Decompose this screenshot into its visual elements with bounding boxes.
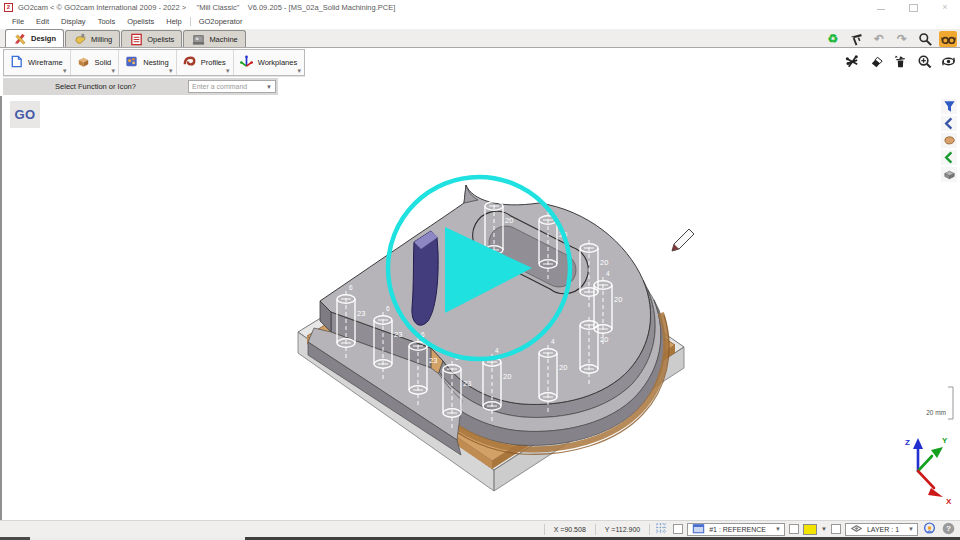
layer-value: LAYER : 1 xyxy=(867,526,899,533)
tab-label: Machine xyxy=(209,35,237,44)
menu-item-opelists[interactable]: Opelists xyxy=(121,16,160,27)
scale-label: 20 mm xyxy=(926,409,946,416)
workplanes-axes-icon xyxy=(239,54,254,71)
button-label: Profiles xyxy=(201,58,226,67)
menu-item-help[interactable]: Help xyxy=(160,16,187,27)
screws-icon[interactable] xyxy=(843,53,861,69)
menu-item-go2operator[interactable]: GO2operator xyxy=(193,16,249,27)
solid-button[interactable]: Solid▼ xyxy=(71,50,120,75)
menu-separator xyxy=(190,17,191,26)
collapse-green-icon[interactable] xyxy=(941,150,957,165)
grid-icon[interactable] xyxy=(654,521,669,537)
collapse-blue-icon[interactable] xyxy=(941,116,957,131)
tab-machine[interactable]: Machine xyxy=(183,30,245,47)
command-combobox[interactable]: Enter a command ▼ xyxy=(188,80,276,93)
zoom-window-icon[interactable] xyxy=(915,53,933,69)
pencil-cursor xyxy=(672,229,694,251)
menu-item-display[interactable]: Display xyxy=(55,16,92,27)
svg-text:6: 6 xyxy=(386,305,390,312)
coord-x: X =90.508 xyxy=(549,526,591,533)
svg-text:?: ? xyxy=(946,524,951,533)
nesting-button[interactable]: Nesting▼ xyxy=(119,50,176,75)
menu-item-tools[interactable]: Tools xyxy=(92,16,122,27)
axis-z-label: Z xyxy=(905,438,910,447)
svg-text:4: 4 xyxy=(551,338,555,345)
eye-rotate-icon[interactable] xyxy=(939,53,957,69)
button-label: Nesting xyxy=(143,58,168,67)
redo-icon[interactable]: ↷ xyxy=(893,31,911,47)
chevron-down-icon[interactable]: ▼ xyxy=(62,68,68,74)
toolbar-row: Wireframe▼Solid▼Nesting▼Profiles▼Workpla… xyxy=(0,48,960,77)
reference-combobox[interactable]: #1 : REFERENCE ▼ xyxy=(687,523,785,536)
command-placeholder: Enter a command xyxy=(192,83,247,90)
window-title: GO2cam < © GO2cam International 2009 - 2… xyxy=(18,3,395,12)
machine-box-icon xyxy=(191,32,206,47)
tab-design[interactable]: Design xyxy=(5,29,64,47)
restore-button[interactable] xyxy=(908,3,918,12)
button-label: Solid xyxy=(95,58,112,67)
solid-tool-icon[interactable] xyxy=(941,133,957,148)
profiles-button[interactable]: Profiles▼ xyxy=(177,50,234,75)
coord-y: Y =112.900 xyxy=(600,526,645,533)
chevron-down-icon: ▼ xyxy=(266,84,272,90)
milling-hand-icon xyxy=(73,32,88,47)
workplanes-button[interactable]: Workplanes▼ xyxy=(234,50,304,75)
reference-value: #1 : REFERENCE xyxy=(709,526,766,533)
grid-checkbox[interactable] xyxy=(673,524,683,534)
chevron-down-icon[interactable]: ▼ xyxy=(225,68,231,74)
swatch-dropdown-icon[interactable]: ▼ xyxy=(821,526,827,532)
reference-checkbox[interactable] xyxy=(789,524,799,534)
svg-text:23: 23 xyxy=(429,356,437,365)
tab-label: Design xyxy=(31,34,56,43)
color-swatch[interactable] xyxy=(803,524,817,535)
tab-label: Milling xyxy=(91,35,112,44)
viewport-canvas[interactable]: GO xyxy=(0,96,960,520)
axis-y-label: Y xyxy=(942,436,948,445)
title-bar: 2 GO2cam < © GO2cam International 2009 -… xyxy=(0,0,960,14)
chevron-down-icon[interactable]: ▼ xyxy=(296,68,302,74)
stock-block-icon[interactable] xyxy=(941,167,957,182)
orbit-icon[interactable] xyxy=(922,521,937,537)
help-icon[interactable]: ? xyxy=(941,521,956,537)
chevron-down-icon[interactable]: ▼ xyxy=(110,68,116,74)
design-pens-icon xyxy=(13,31,28,46)
svg-text:20: 20 xyxy=(600,258,608,267)
reference-window-icon xyxy=(691,521,706,537)
caliper-icon[interactable] xyxy=(847,31,865,47)
minimize-button[interactable] xyxy=(876,3,886,12)
wireframe-button[interactable]: Wireframe▼ xyxy=(4,50,71,75)
tab-label: Opelists xyxy=(147,35,174,44)
svg-text:23: 23 xyxy=(463,379,471,388)
machined-part xyxy=(308,185,669,455)
chevron-down-icon[interactable]: ▼ xyxy=(168,68,174,74)
tab-opelists[interactable]: Opelists xyxy=(121,30,182,47)
glasses-icon[interactable] xyxy=(939,31,957,47)
tab-milling[interactable]: Milling xyxy=(65,30,120,47)
solid-cube-icon xyxy=(76,54,91,71)
function-bar: Select Function or Icon? Enter a command… xyxy=(0,77,960,96)
clean-icon[interactable] xyxy=(891,53,909,69)
svg-text:6: 6 xyxy=(349,284,353,291)
scene-3d: 23623623623620420420204202020 20 mm xyxy=(2,96,960,520)
axis-triad: Z Y X xyxy=(905,436,952,506)
button-label: Wireframe xyxy=(28,58,63,67)
axis-x-label: X xyxy=(946,497,952,506)
zoom-icon[interactable] xyxy=(916,31,934,47)
button-label: Workplanes xyxy=(258,58,297,67)
svg-text:20: 20 xyxy=(503,372,511,381)
color-checkbox[interactable] xyxy=(831,524,841,534)
close-button[interactable]: × xyxy=(940,3,950,12)
svg-text:4: 4 xyxy=(606,270,610,277)
status-bar: X =90.508 Y =112.900 #1 : REFERENCE ▼ ▼ … xyxy=(0,520,960,537)
tab-row: DesignMillingOpelistsMachine ♻↶↷ xyxy=(0,29,960,48)
filter-icon[interactable] xyxy=(941,99,957,114)
chevron-down-icon: ▼ xyxy=(908,526,914,532)
menu-bar: FileEditDisplayToolsOpelistsHelpGO2opera… xyxy=(0,14,960,29)
menu-item-file[interactable]: File xyxy=(6,16,30,27)
undo-icon[interactable]: ↶ xyxy=(870,31,888,47)
layer-combobox[interactable]: LAYER : 1 ▼ xyxy=(845,523,918,536)
eraser-icon[interactable] xyxy=(867,53,885,69)
refresh-icon[interactable]: ♻ xyxy=(824,31,842,47)
svg-text:20: 20 xyxy=(600,335,608,344)
menu-item-edit[interactable]: Edit xyxy=(30,16,55,27)
